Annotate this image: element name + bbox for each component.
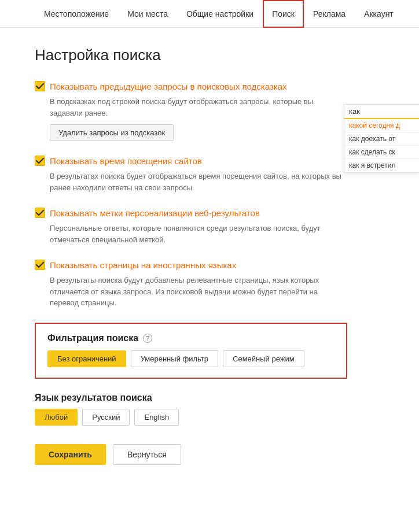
section-foreign-lang: Показывать страницы на иностранных языка… — [35, 259, 347, 309]
checkbox-personalization[interactable] — [35, 208, 45, 218]
back-button[interactable]: Вернуться — [113, 444, 181, 465]
section-previous-queries: Показывать предыдущие запросы в поисковы… — [35, 80, 347, 141]
page-title: Настройка поиска — [35, 46, 347, 64]
delete-queries-button[interactable]: Удалить запросы из подсказок — [50, 124, 174, 141]
section-title-visit-time[interactable]: Показывать время посещения сайтов — [50, 155, 202, 167]
checkbox-foreign-lang[interactable] — [35, 260, 45, 270]
lang-btn-english[interactable]: English — [134, 409, 179, 426]
section-personalization: Показывать метки персонализации веб-резу… — [35, 207, 347, 245]
language-buttons: Любой Русский English — [35, 409, 347, 426]
checkbox-previous-queries[interactable] — [35, 81, 45, 91]
section-desc-previous-queries: В подсказках под строкой поиска будут от… — [50, 96, 347, 119]
search-suggestion-2[interactable]: как сделать ск — [344, 146, 419, 159]
nav-item-location[interactable]: Местоположение — [35, 0, 118, 28]
search-suggestion-0[interactable]: какой сегодня д — [344, 119, 419, 132]
section-header-visit-time: Показывать время посещения сайтов — [35, 155, 347, 167]
lang-btn-russian[interactable]: Русский — [82, 409, 130, 426]
filter-btn-family[interactable]: Семейный режим — [223, 350, 304, 367]
filter-title-row: Фильтрация поиска ? — [47, 333, 335, 343]
main-content: Настройка поиска Показывать предыдущие з… — [0, 28, 382, 488]
filter-btn-no-limit[interactable]: Без ограничений — [47, 350, 126, 367]
filter-section: Фильтрация поиска ? Без ограничений Умер… — [35, 323, 347, 379]
section-header-foreign-lang: Показывать страницы на иностранных языка… — [35, 259, 347, 271]
section-title-personalization[interactable]: Показывать метки персонализации веб-резу… — [50, 207, 260, 219]
lang-btn-any[interactable]: Любой — [35, 409, 78, 426]
section-title-previous-queries[interactable]: Показывать предыдущие запросы в поисковы… — [50, 80, 287, 93]
nav-item-search[interactable]: Поиск — [263, 0, 304, 28]
action-buttons: Сохранить Вернуться — [35, 444, 347, 465]
section-header-previous-queries: Показывать предыдущие запросы в поисковы… — [35, 80, 347, 93]
section-desc-foreign-lang: В результаты поиска будут добавлены реле… — [50, 275, 347, 309]
section-desc-personalization: Персональные ответы, которые появляются … — [50, 223, 347, 245]
main-nav: Местоположение Мои места Общие настройки… — [0, 0, 419, 28]
filter-buttons: Без ограничений Умеренный фильтр Семейны… — [47, 350, 335, 367]
section-desc-visit-time: В результатах поиска будет отображаться … — [50, 171, 347, 193]
nav-item-ads[interactable]: Реклама — [304, 0, 355, 28]
checkbox-visit-time[interactable] — [35, 156, 45, 166]
search-preview: как какой сегодня д как доехать от как с… — [344, 104, 419, 173]
filter-title: Фильтрация поиска — [47, 333, 138, 343]
language-section: Язык результатов поиска Любой Русский En… — [35, 393, 347, 426]
section-title-foreign-lang[interactable]: Показывать страницы на иностранных языка… — [50, 259, 236, 271]
nav-item-general-settings[interactable]: Общие настройки — [177, 0, 263, 28]
filter-btn-moderate[interactable]: Умеренный фильтр — [131, 350, 218, 367]
section-visit-time: Показывать время посещения сайтов В резу… — [35, 155, 347, 193]
search-suggestion-1[interactable]: как доехать от — [344, 132, 419, 146]
search-preview-items: какой сегодня д как доехать от как сдела… — [344, 119, 419, 172]
search-preview-text: как — [349, 107, 414, 116]
nav-item-my-places[interactable]: Мои места — [118, 0, 177, 28]
save-button[interactable]: Сохранить — [35, 444, 106, 465]
search-suggestion-3[interactable]: как я встретил — [344, 159, 419, 172]
language-title: Язык результатов поиска — [35, 393, 347, 403]
section-header-personalization: Показывать метки персонализации веб-резу… — [35, 207, 347, 219]
search-preview-input-row: как — [344, 105, 419, 119]
nav-item-account[interactable]: Аккаунт — [355, 0, 403, 28]
help-icon[interactable]: ? — [143, 334, 152, 343]
